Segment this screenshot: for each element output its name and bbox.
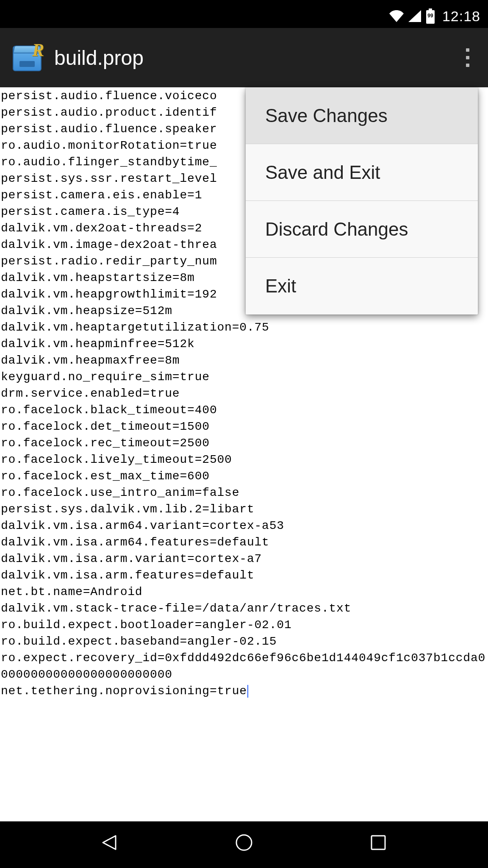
nav-back-button[interactable] xyxy=(93,830,127,855)
wifi-icon xyxy=(389,10,404,22)
status-bar: 99 12:18 xyxy=(0,4,488,28)
menu-item-discard-changes[interactable]: Discard Changes xyxy=(246,201,478,258)
overflow-menu-button[interactable] xyxy=(447,28,488,87)
menu-item-label: Save Changes xyxy=(265,105,388,126)
svg-rect-1 xyxy=(372,836,385,849)
app-icon: R xyxy=(10,40,46,75)
status-clock: 12:18 xyxy=(442,8,480,25)
menu-item-exit[interactable]: Exit xyxy=(246,258,478,314)
more-vert-icon xyxy=(466,48,469,67)
home-circle-icon xyxy=(233,832,255,854)
action-bar: R build.prop xyxy=(0,28,488,87)
back-triangle-icon xyxy=(99,832,121,854)
page-title: build.prop xyxy=(54,46,144,70)
nav-recent-button[interactable] xyxy=(361,830,395,855)
svg-point-0 xyxy=(236,835,252,850)
battery-icon: 99 xyxy=(425,8,435,24)
overflow-menu: Save Changes Save and Exit Discard Chang… xyxy=(246,87,478,314)
navigation-bar xyxy=(0,821,488,864)
recent-square-icon xyxy=(367,832,389,854)
battery-level: 99 xyxy=(425,13,435,19)
menu-item-save-and-exit[interactable]: Save and Exit xyxy=(246,144,478,201)
cell-signal-icon xyxy=(408,10,421,22)
nav-home-button[interactable] xyxy=(227,830,261,855)
menu-item-label: Exit xyxy=(265,275,296,297)
menu-item-label: Save and Exit xyxy=(265,162,380,183)
menu-item-save-changes[interactable]: Save Changes xyxy=(246,87,478,144)
menu-item-label: Discard Changes xyxy=(265,219,408,240)
